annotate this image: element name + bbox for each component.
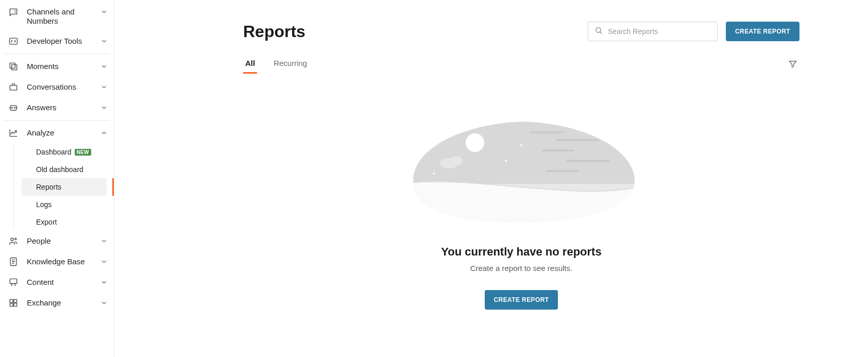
sidebar-item-label: Content [27, 278, 92, 287]
create-report-button[interactable]: CREATE REPORT [726, 22, 799, 41]
filter-button[interactable] [786, 57, 799, 73]
svg-rect-21 [14, 303, 17, 307]
svg-point-9 [11, 238, 13, 241]
subitem-label: Export [36, 218, 57, 226]
svg-line-23 [600, 32, 602, 33]
sidebar-item-label: Channels and Numbers [27, 7, 92, 26]
empty-state: You currently have no reports Create a r… [243, 78, 799, 310]
divider [4, 120, 110, 121]
chevron-down-icon [100, 63, 108, 70]
chevron-down-icon [100, 83, 108, 91]
sidebar-item-label: Analyze [27, 128, 92, 138]
chevron-down-icon [100, 104, 108, 111]
tabs: All Recurring [243, 56, 799, 74]
sidebar-item-label: Answers [27, 103, 92, 112]
empty-create-report-button[interactable]: CREATE REPORT [485, 290, 558, 310]
svg-rect-4 [12, 65, 17, 70]
svg-point-0 [15, 10, 15, 11]
svg-rect-2 [10, 38, 18, 44]
sidebar-item-moments[interactable]: Moments [0, 56, 114, 77]
briefcase-icon [8, 82, 19, 92]
svg-rect-5 [10, 86, 16, 90]
subitem-label: Logs [36, 200, 52, 209]
svg-rect-3 [10, 63, 15, 68]
sidebar-item-exchange[interactable]: Exchange [0, 293, 114, 313]
svg-point-35 [505, 160, 507, 162]
sidebar-item-knowledge-base[interactable]: Knowledge Base [0, 251, 114, 272]
sidebar-item-conversations[interactable]: Conversations [0, 77, 114, 97]
svg-rect-6 [10, 106, 16, 110]
search-field[interactable] [588, 22, 718, 41]
svg-rect-25 [403, 114, 640, 184]
divider [4, 54, 110, 54]
chevron-down-icon [100, 237, 108, 245]
svg-rect-19 [14, 299, 17, 302]
svg-point-34 [433, 173, 435, 175]
code-icon [8, 36, 19, 46]
page-header: Reports CREATE REPORT [243, 22, 799, 41]
subitem-label: Old dashboard [36, 165, 83, 174]
tab-all[interactable]: All [243, 56, 257, 74]
chevron-down-icon [100, 279, 108, 286]
sidebar-item-label: Exchange [27, 298, 92, 308]
svg-point-10 [15, 238, 16, 240]
chevron-down-icon [100, 299, 108, 307]
subitem-logs[interactable]: Logs [22, 196, 107, 213]
empty-subtitle: Create a report to see results. [243, 264, 799, 273]
sidebar-item-label: Developer Tools [27, 37, 92, 46]
sidebar: Channels and Numbers Developer Tools Mom… [0, 0, 114, 357]
subitem-label: Reports [36, 183, 61, 191]
filter-icon [788, 61, 797, 70]
subitem-label: Dashboard [36, 148, 72, 156]
sidebar-item-channels[interactable]: Channels and Numbers [0, 2, 114, 31]
svg-rect-20 [10, 303, 13, 307]
main-content: Reports CREATE REPORT All Recurring [114, 0, 868, 357]
tab-recurring[interactable]: Recurring [271, 56, 309, 74]
svg-point-26 [466, 133, 484, 152]
chat-bubble-icon [8, 7, 19, 18]
subitem-old-dashboard[interactable]: Old dashboard [22, 161, 107, 178]
chevron-up-icon [100, 129, 108, 137]
subitem-export[interactable]: Export [22, 213, 107, 231]
layers-icon [8, 61, 19, 72]
billboard-icon [8, 277, 19, 287]
svg-rect-15 [10, 279, 16, 283]
svg-point-8 [14, 107, 15, 108]
subitem-reports[interactable]: Reports [22, 178, 107, 196]
svg-point-1 [15, 12, 15, 13]
empty-illustration-icon [403, 114, 640, 230]
sidebar-item-analyze[interactable]: Analyze [0, 123, 114, 143]
sidebar-item-label: Conversations [27, 82, 92, 92]
chart-line-icon [8, 128, 19, 138]
svg-point-37 [428, 149, 430, 151]
chevron-down-icon [100, 38, 108, 45]
analyze-submenu: Dashboard NEW Old dashboard Reports Logs… [13, 143, 114, 231]
grid-icon [8, 298, 19, 308]
chevron-down-icon [100, 258, 108, 265]
bot-icon [8, 103, 19, 113]
svg-point-36 [520, 144, 522, 146]
svg-rect-18 [10, 299, 13, 302]
sidebar-item-label: People [27, 236, 92, 246]
sidebar-item-developer-tools[interactable]: Developer Tools [0, 31, 114, 52]
svg-marker-24 [789, 61, 796, 67]
sidebar-item-people[interactable]: People [0, 231, 114, 251]
sidebar-item-label: Knowledge Base [27, 257, 92, 266]
empty-title: You currently have no reports [243, 245, 799, 259]
search-input[interactable] [608, 27, 711, 36]
new-badge: NEW [75, 149, 91, 156]
people-icon [8, 236, 19, 246]
page-title: Reports [243, 22, 580, 41]
search-icon [594, 26, 603, 37]
svg-point-28 [450, 156, 463, 165]
document-icon [8, 257, 19, 267]
sidebar-item-label: Moments [27, 62, 92, 71]
sidebar-item-answers[interactable]: Answers [0, 97, 114, 118]
chevron-down-icon [100, 8, 108, 15]
svg-point-7 [12, 107, 13, 108]
subitem-dashboard[interactable]: Dashboard NEW [22, 143, 107, 161]
sidebar-item-content[interactable]: Content [0, 272, 114, 293]
